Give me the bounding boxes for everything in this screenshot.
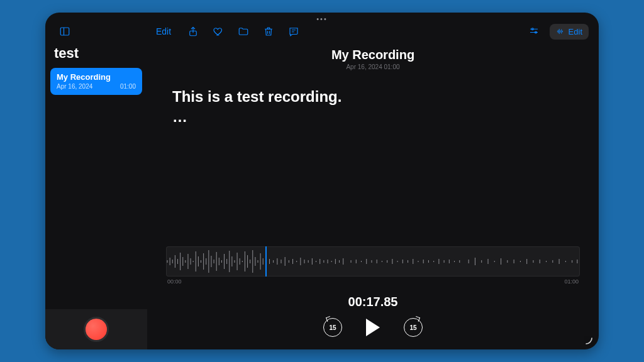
play-button[interactable] — [366, 319, 380, 336]
main-panel: My Recording Apr 16, 2024 01:00 This is … — [147, 43, 599, 349]
trash-icon[interactable] — [259, 22, 278, 41]
time-end: 01:00 — [564, 278, 579, 285]
skip-back-label: 15 — [329, 324, 336, 331]
main-header: My Recording Apr 16, 2024 01:00 — [166, 48, 580, 70]
sidebar: test My Recording Apr 16, 2024 01:00 — [45, 43, 147, 349]
time-start: 00:00 — [167, 278, 182, 285]
voice-memos-window: ••• Edit Edit test — [45, 13, 599, 349]
playhead[interactable] — [265, 246, 267, 277]
options-icon[interactable] — [525, 22, 543, 41]
recording-item-name: My Recording — [57, 72, 136, 82]
recording-list-item[interactable]: My Recording Apr 16, 2024 01:00 — [50, 68, 142, 95]
transcript-text: This is a test recording. — [172, 88, 580, 106]
record-bar — [45, 309, 147, 349]
edit-recording-label: Edit — [569, 27, 582, 36]
edit-list-button[interactable]: Edit — [156, 26, 171, 36]
folder-icon[interactable] — [234, 22, 253, 41]
waveform-area: 00:00 01:00 00:17.85 15 15 — [166, 234, 580, 349]
recording-item-duration: 01:00 — [120, 83, 136, 90]
skip-forward-label: 15 — [409, 324, 416, 331]
transport-controls: 15 15 — [166, 318, 580, 337]
sidebar-title: test — [45, 43, 147, 68]
transcript-icon[interactable] — [284, 22, 303, 41]
sidebar-toggle-icon[interactable] — [55, 22, 74, 41]
recording-title: My Recording — [166, 48, 580, 62]
edit-recording-button[interactable]: Edit — [550, 24, 589, 40]
time-labels: 00:00 01:00 — [166, 278, 580, 285]
record-button[interactable] — [84, 317, 109, 342]
favorite-icon[interactable] — [209, 22, 228, 41]
waveform[interactable] — [166, 246, 580, 277]
skip-back-15-button[interactable]: 15 — [323, 318, 342, 337]
current-time: 00:17.85 — [166, 295, 580, 309]
recording-subtitle: Apr 16, 2024 01:00 — [166, 63, 580, 70]
skip-forward-15-button[interactable]: 15 — [404, 318, 423, 337]
transcript-ellipsis: … — [172, 108, 580, 126]
window-handle-icon[interactable]: ••• — [316, 15, 328, 23]
transcript: This is a test recording. … — [166, 88, 580, 126]
resize-handle-icon[interactable] — [584, 336, 592, 344]
content: test My Recording Apr 16, 2024 01:00 My … — [45, 43, 599, 349]
toolbar: Edit Edit — [45, 20, 599, 43]
share-icon[interactable] — [184, 22, 203, 41]
svg-rect-0 — [60, 28, 69, 35]
